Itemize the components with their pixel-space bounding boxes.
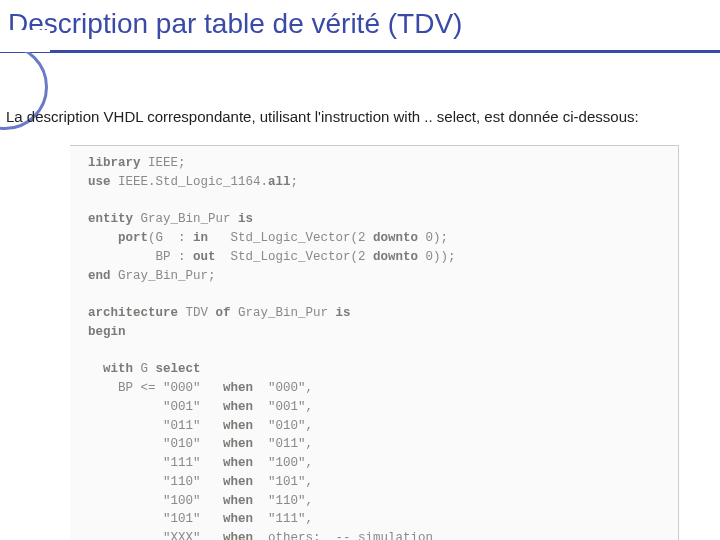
code-text: ; <box>291 175 299 189</box>
code-text: Std_Logic_Vector(2 <box>208 231 373 245</box>
code-text: 0); <box>418 231 448 245</box>
kw-library: library <box>88 156 141 170</box>
kw-when: when <box>223 494 253 508</box>
kw-when: when <box>223 512 253 526</box>
code-text: "XXX" <box>88 531 223 540</box>
kw-when: when <box>223 437 253 451</box>
kw-when: when <box>223 400 253 414</box>
kw-of: of <box>216 306 231 320</box>
kw-port: port <box>88 231 148 245</box>
code-text: "010", <box>253 419 313 433</box>
vhdl-code-block: library IEEE; use IEEE.Std_Logic_1164.al… <box>70 145 679 540</box>
code-text: Std_Logic_Vector(2 <box>216 250 374 264</box>
code-text: "111", <box>253 512 313 526</box>
title-underline <box>0 50 720 53</box>
kw-when: when <box>223 419 253 433</box>
kw-select: select <box>156 362 201 376</box>
code-text: Gray_Bin_Pur; <box>111 269 216 283</box>
subtitle-text: La description VHDL correspondante, util… <box>6 108 639 125</box>
code-text: "001", <box>253 400 313 414</box>
kw-end: end <box>88 269 111 283</box>
kw-when: when <box>223 531 253 540</box>
kw-out: out <box>193 250 216 264</box>
kw-all: all <box>268 175 291 189</box>
code-text: "101", <box>253 475 313 489</box>
kw-when: when <box>223 456 253 470</box>
kw-is: is <box>336 306 351 320</box>
code-text: "101" <box>88 512 223 526</box>
kw-begin: begin <box>88 325 126 339</box>
kw-architecture: architecture <box>88 306 178 320</box>
kw-is: is <box>238 212 253 226</box>
code-text: "011", <box>253 437 313 451</box>
page-title: Description par table de vérité (TDV) <box>8 8 720 40</box>
kw-downto: downto <box>373 231 418 245</box>
code-text: G <box>133 362 156 376</box>
kw-when: when <box>223 475 253 489</box>
code-text: IEEE; <box>141 156 186 170</box>
code-text: "110", <box>253 494 313 508</box>
arc-mask <box>0 30 50 52</box>
kw-in: in <box>193 231 208 245</box>
code-text: TDV <box>178 306 216 320</box>
kw-downto: downto <box>373 250 418 264</box>
code-text: "111" <box>88 456 223 470</box>
kw-when: when <box>223 381 253 395</box>
code-text: others; -- simulation <box>253 531 433 540</box>
code-text: "011" <box>88 419 223 433</box>
code-text: Gray_Bin_Pur <box>133 212 238 226</box>
kw-entity: entity <box>88 212 133 226</box>
code-text: "100" <box>88 494 223 508</box>
code-text: BP <= "000" <box>88 381 223 395</box>
code-text: Gray_Bin_Pur <box>231 306 336 320</box>
code-text: "000", <box>253 381 313 395</box>
code-text: (G : <box>148 231 193 245</box>
code-text: 0)); <box>418 250 456 264</box>
code-text: "010" <box>88 437 223 451</box>
code-text: "110" <box>88 475 223 489</box>
code-text: "100", <box>253 456 313 470</box>
code-text: BP : <box>88 250 193 264</box>
code-text: "001" <box>88 400 223 414</box>
kw-use: use <box>88 175 111 189</box>
code-text: IEEE.Std_Logic_1164. <box>111 175 269 189</box>
kw-with: with <box>88 362 133 376</box>
